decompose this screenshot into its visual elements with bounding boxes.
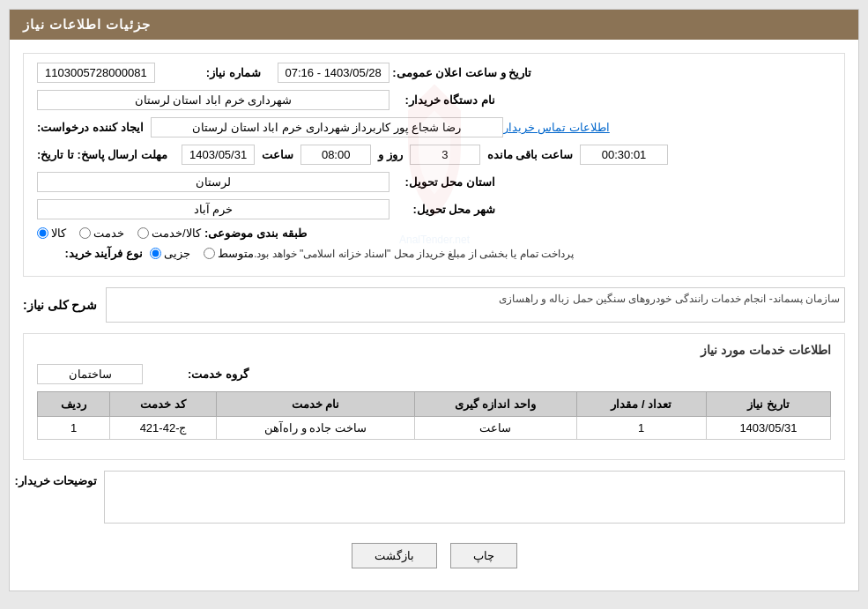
category-kala-item: کالا — [37, 227, 66, 240]
category-label: طبقه بندی موضوعی: — [201, 227, 307, 240]
process-jozvi-item: جزیی — [150, 247, 190, 260]
need-number-row: تاریخ و ساعت اعلان عمومی: 1403/05/28 - 0… — [37, 63, 831, 83]
need-number-value: 1103005728000081 — [37, 63, 155, 83]
service-group-value: ساختمان — [37, 364, 143, 384]
process-note: پرداخت تمام یا بخشی از مبلغ خریداز محل "… — [254, 248, 574, 260]
col-count-header: تعداد / مقدار — [576, 392, 706, 417]
announce-datetime-value: 1403/05/28 - 07:16 — [278, 63, 389, 83]
requester-label: ایجاد کننده درخواست: — [37, 121, 144, 134]
category-radio-group: کالا/خدمت خدمت کالا — [37, 227, 201, 240]
city-label: شهر محل تحویل: — [389, 203, 495, 216]
service-group-row: گروه خدمت: ساختمان — [37, 364, 831, 384]
table-cell-row_number: 1 — [38, 417, 110, 440]
need-number-label: شماره نیاز: — [155, 66, 261, 79]
table-cell-count: 1 — [576, 417, 706, 440]
category-khadamat-item: خدمت — [79, 227, 124, 240]
process-row: پرداخت تمام یا بخشی از مبلغ خریداز محل "… — [37, 247, 831, 260]
process-radio-group: متوسط جزیی — [150, 247, 254, 260]
category-kala-khadamat-radio[interactable] — [137, 227, 149, 239]
service-group-label: گروه خدمت: — [143, 368, 249, 381]
deadline-date-value: 1403/05/31 — [182, 145, 255, 165]
table-cell-service_name: ساخت جاده و راه‌آهن — [217, 417, 414, 440]
category-kala-khadamat-item: کالا/خدمت — [137, 227, 201, 240]
main-container: جزئیات اطلاعات نیاز AnalTender.net تاریخ… — [9, 9, 859, 591]
col-service-name-header: نام خدمت — [217, 392, 414, 417]
requester-row: اطلاعات تماس خریدار رضا شجاع پور کاربردا… — [37, 117, 831, 137]
category-khadamat-label: خدمت — [93, 227, 124, 240]
col-service-code-header: کد خدمت — [110, 392, 217, 417]
table-cell-service_code: ج-42-421 — [110, 417, 217, 440]
page-wrapper: جزئیات اطلاعات نیاز AnalTender.net تاریخ… — [0, 0, 868, 609]
buyer-name-row: نام دستگاه خریدار: شهرداری خرم اباد استا… — [37, 90, 831, 110]
service-info-section: اطلاعات خدمات مورد نیاز گروه خدمت: ساختم… — [23, 333, 845, 460]
buyer-name-value: شهرداری خرم اباد استان لرستان — [37, 90, 389, 110]
table-cell-date: 1403/05/31 — [706, 417, 830, 440]
process-motavaset-item: متوسط — [204, 247, 254, 260]
buyer-name-label: نام دستگاه خریدار: — [389, 93, 495, 107]
button-row: چاپ بازگشت — [23, 534, 845, 577]
page-header: جزئیات اطلاعات نیاز — [10, 10, 858, 40]
table-cell-measure: ساعت — [414, 417, 576, 440]
category-kala-khadamat-label: کالا/خدمت — [152, 227, 201, 240]
process-label: نوع فرآیند خرید: — [37, 247, 143, 260]
process-jozvi-label: جزیی — [164, 247, 190, 260]
print-button[interactable]: چاپ — [450, 543, 517, 568]
province-label: استان محل تحویل: — [389, 175, 495, 189]
city-row: شهر محل تحویل: خرم آباد — [37, 199, 831, 219]
deadline-row: 00:30:01 ساعت باقی مانده 3 روز و 08:00 س… — [37, 145, 831, 165]
city-value: خرم آباد — [37, 199, 389, 219]
deadline-remaining-value: 00:30:01 — [580, 145, 668, 165]
need-summary-section: سازمان پسماند- انجام خدمات رانندگی خودرو… — [23, 287, 845, 323]
need-summary-value: سازمان پسماند- انجام خدمات رانندگی خودرو… — [106, 287, 845, 323]
table-row: 1403/05/311ساعتساخت جاده و راه‌آهنج-42-4… — [38, 417, 831, 440]
deadline-time-value: 08:00 — [300, 145, 371, 165]
process-motavaset-label: متوسط — [218, 247, 254, 260]
buyer-desc-textarea[interactable] — [104, 471, 845, 524]
content-area: AnalTender.net تاریخ و ساعت اعلان عمومی:… — [10, 40, 858, 590]
col-row-number-header: ردیف — [38, 392, 110, 417]
service-info-title: اطلاعات خدمات مورد نیاز — [37, 343, 831, 357]
deadline-label: مهلت ارسال پاسخ: تا تاریخ: — [37, 148, 167, 161]
need-summary-label: شرح کلی نیاز: — [23, 298, 97, 312]
process-motavaset-radio[interactable] — [204, 248, 215, 259]
deadline-time-label: ساعت — [262, 148, 293, 161]
process-jozvi-radio[interactable] — [150, 248, 161, 259]
contact-link[interactable]: اطلاعات تماس خریدار — [503, 121, 610, 134]
page-title: جزئیات اطلاعات نیاز — [23, 17, 151, 32]
service-table: تاریخ نیاز تعداد / مقدار واحد اندازه گیر… — [37, 391, 831, 440]
category-kala-radio[interactable] — [37, 227, 48, 239]
back-button[interactable]: بازگشت — [352, 543, 437, 568]
col-measure-header: واحد اندازه گیری — [414, 392, 576, 417]
buyer-description-section: توضیحات خریدار: — [23, 471, 845, 524]
announce-datetime-label: تاریخ و ساعت اعلان عمومی: — [392, 66, 531, 79]
deadline-remaining-label: ساعت باقی مانده — [487, 148, 573, 161]
province-row: استان محل تحویل: لرستان — [37, 172, 831, 192]
category-row: طبقه بندی موضوعی: کالا/خدمت خدمت کالا — [37, 227, 831, 240]
province-value: لرستان — [37, 172, 389, 192]
category-khadamat-radio[interactable] — [79, 227, 91, 239]
buyer-desc-label: توضیحات خریدار: — [23, 471, 97, 487]
col-date-header: تاریخ نیاز — [706, 392, 830, 417]
top-form-section: AnalTender.net تاریخ و ساعت اعلان عمومی:… — [23, 53, 845, 277]
requester-value: رضا شجاع پور کاربرداز شهرداری خرم اباد ا… — [151, 117, 503, 137]
category-kala-label: کالا — [51, 227, 66, 240]
deadline-days-value: 3 — [410, 145, 480, 165]
deadline-days-label: روز و — [378, 148, 403, 161]
table-header-row: تاریخ نیاز تعداد / مقدار واحد اندازه گیر… — [38, 392, 831, 417]
